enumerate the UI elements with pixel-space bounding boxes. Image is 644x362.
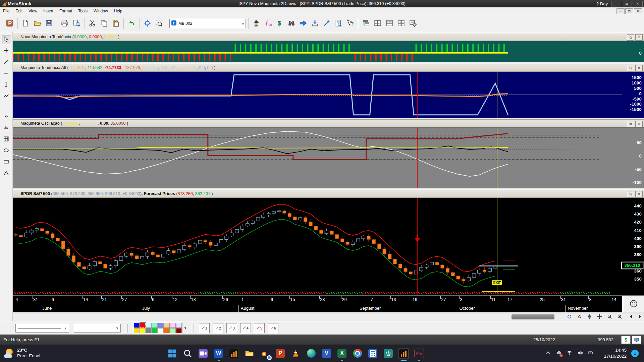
ellipse-tool[interactable] [2,146,11,156]
line-style-combo[interactable]: ∨ [15,324,69,333]
restore-button[interactable]: ⧉ [622,1,632,7]
taskbar-chess-icon[interactable]: ♔ [383,348,394,359]
crosshair-pointer-button[interactable] [142,18,153,29]
taskbar-powerpoint-icon[interactable]: P [275,348,286,359]
system-tester-button[interactable] [321,18,332,29]
taskbar-clock[interactable]: 14:45 17/10/2022 [604,347,627,359]
pan-button[interactable] [596,314,603,320]
menu-tools[interactable]: Tools [75,9,91,13]
grid-tool[interactable] [2,135,11,144]
taskbar-edge-icon[interactable] [306,348,317,359]
cascade-windows-button[interactable] [361,18,371,29]
report-button[interactable] [333,18,344,29]
currency-button[interactable]: $ [621,336,631,344]
panel-restore-button[interactable]: ⧉ [627,34,634,41]
menu-view[interactable]: View [25,9,40,13]
taskbar-calculator-icon[interactable] [367,348,378,359]
smiley-button[interactable] [623,296,644,312]
zoom-in-button[interactable] [616,314,623,320]
menu-format[interactable]: Format [56,9,75,13]
triangle-tool[interactable] [2,169,11,178]
tray-chevron-icon[interactable] [545,350,551,357]
color-swatch[interactable] [134,323,140,328]
taskbar-metastock-icon[interactable] [228,348,239,359]
panel-close-button[interactable]: × [635,34,643,41]
monitor-button[interactable] [632,336,641,344]
menu-window[interactable]: Window [91,9,111,13]
taskbar-explorer-icon[interactable] [244,348,255,359]
panel-restore-button[interactable]: ⧉ [627,121,634,127]
save-chart-button[interactable] [44,18,54,29]
color-swatch[interactable] [170,323,176,328]
line-weight-combo[interactable]: ∨ [74,324,121,333]
color-swatch[interactable] [158,323,164,328]
onedrive-error-icon[interactable]: × [556,350,561,357]
trendline-preset-1-button[interactable]: 1 [199,323,210,333]
taskbar-search-icon[interactable] [182,348,193,359]
color-swatch[interactable] [152,328,158,333]
child-restore-button[interactable]: ⧉ [625,8,633,14]
color-swatch[interactable] [140,323,146,328]
pointer-tool[interactable] [2,35,11,44]
scale-vertical-button[interactable] [586,314,593,320]
label-tool[interactable]: abc [2,123,11,133]
volume-icon[interactable] [577,350,583,357]
child-close-button[interactable]: × [634,8,642,14]
crosshair-tool[interactable] [2,46,11,56]
panel-close-button[interactable]: × [635,191,643,197]
maquineta-tendencia-alt-header[interactable]: Maquineta Tendência Alt (-74.7601, 11.55… [13,64,644,72]
color-swatch[interactable] [176,328,182,333]
scrollbar-thumb[interactable] [512,314,554,319]
weather-widget[interactable]: 23°C Parc. Ensol [0,348,81,359]
collapse-button[interactable]: C [576,314,583,320]
expert-advisor-button[interactable] [251,18,262,29]
symbol-combo[interactable]: fMB 002∨ [169,19,246,28]
securities-button[interactable]: $ [274,18,285,29]
taskbar-chat-icon[interactable] [198,348,209,359]
zoom-selection-button[interactable] [154,18,164,29]
notification-badge[interactable]: 1 [631,350,639,357]
menu-file[interactable]: File [0,9,12,13]
color-swatch[interactable] [170,328,176,333]
paste-button[interactable] [110,18,121,29]
taskbar-visio-icon[interactable]: V [321,348,332,359]
page-left-button[interactable] [627,314,635,320]
color-swatch[interactable] [146,323,152,328]
chart-options-button[interactable] [408,18,418,29]
minimize-button[interactable]: ─ [611,1,621,7]
copy-button[interactable] [99,18,109,29]
refresh-button[interactable] [566,314,573,320]
open-chart-button[interactable] [32,18,43,29]
panel-close-button[interactable]: × [635,121,643,127]
rectangle-tool[interactable] [2,158,11,167]
palette-dropdown-icon[interactable]: ▼ [184,326,187,330]
forecaster-button[interactable] [298,18,309,29]
battery-icon[interactable] [588,350,594,357]
close-button[interactable]: × [633,1,643,7]
trendline-preset-5-button[interactable]: 5 [254,323,265,333]
downloader-button[interactable] [310,18,320,29]
color-swatch[interactable] [164,323,170,328]
menu-edit[interactable]: Edit [12,9,25,13]
panel-close-button[interactable]: × [635,65,643,71]
tile-horizontal-button[interactable] [384,18,395,29]
menu-insert[interactable]: Insert [40,9,56,13]
color-swatch[interactable] [140,328,146,333]
tile-windows-button[interactable] [372,18,383,29]
new-chart-button[interactable] [20,18,31,29]
print-button[interactable] [59,18,70,29]
trendline-preset-3-button[interactable]: 3 [226,323,237,333]
page-right-button[interactable] [636,314,643,320]
taskbar-chrome-n-icon[interactable]: N [259,348,270,359]
indicator-builder-button[interactable]: f(x) [263,18,273,29]
trendline-preset-2-button[interactable]: 2 [213,323,223,333]
color-swatch[interactable] [164,328,170,333]
metastock-pro-button[interactable]: P [4,18,15,29]
wifi-icon[interactable] [567,350,572,357]
zoom-out-button[interactable] [606,314,613,320]
color-swatch[interactable] [146,328,152,333]
date-axis[interactable]: 4316142127612182619152329713192731117253… [13,296,622,312]
cut-button[interactable] [87,18,98,29]
spdr-sp500-price-header[interactable]: SPDR S&P 500 (368.550, 370.260, 356.960,… [13,190,644,198]
taskbar-start-icon[interactable] [167,348,178,359]
